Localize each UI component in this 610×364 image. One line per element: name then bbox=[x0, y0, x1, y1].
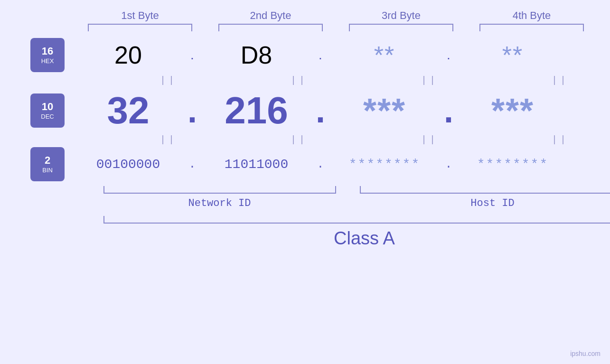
dec-byte2: 216 bbox=[204, 89, 309, 132]
bin-badge-number: 2 bbox=[45, 155, 50, 166]
dec-dot1: . bbox=[180, 93, 204, 128]
bin-dot3: . bbox=[437, 158, 460, 171]
hex-badge-number: 16 bbox=[42, 46, 53, 57]
hex-dot1: . bbox=[180, 47, 204, 63]
dec-dot2: . bbox=[309, 93, 332, 128]
bin-byte2-value: 11011000 bbox=[225, 157, 288, 172]
equals-dec-bin-4: || bbox=[508, 134, 610, 145]
equals-1: || bbox=[116, 75, 221, 86]
equals-dec-bin-1: || bbox=[116, 134, 221, 145]
dec-dot3: . bbox=[437, 93, 460, 128]
hex-byte4: ** bbox=[460, 41, 565, 69]
bin-dot1: . bbox=[180, 158, 204, 171]
bin-row: 2 BIN 00100000 . 11011000 . ******** . *… bbox=[0, 147, 610, 181]
bin-values: 00100000 . 11011000 . ******** . *******… bbox=[76, 157, 610, 172]
class-bracket bbox=[103, 216, 610, 224]
hex-values: 20 . D8 . ** . ** bbox=[76, 41, 610, 69]
bin-badge: 2 BIN bbox=[30, 147, 65, 181]
main-container: 1st Byte 2nd Byte 3rd Byte 4th Byte 16 H… bbox=[0, 0, 610, 364]
dec-badge: 10 DEC bbox=[30, 93, 65, 128]
equals-2: || bbox=[247, 75, 351, 86]
network-id-label: Network ID bbox=[103, 197, 336, 209]
hex-byte2-value: D8 bbox=[241, 41, 272, 69]
id-brackets-row bbox=[103, 186, 610, 194]
hex-dot3: . bbox=[437, 47, 460, 63]
bin-badge-label: BIN bbox=[42, 167, 53, 174]
col-bracket-4 bbox=[479, 24, 584, 31]
col-bracket-3 bbox=[349, 24, 453, 31]
bin-byte4-value: ******** bbox=[477, 157, 548, 172]
bin-dot2: . bbox=[309, 158, 332, 171]
bin-byte1-value: 00100000 bbox=[96, 157, 160, 172]
col-header-4: 4th Byte bbox=[479, 9, 584, 22]
label-gap bbox=[336, 197, 360, 209]
bin-byte2: 11011000 bbox=[204, 157, 309, 172]
dec-byte4: *** bbox=[460, 91, 565, 130]
bin-byte4: ******** bbox=[460, 157, 565, 172]
host-id-bracket bbox=[360, 186, 610, 194]
dec-byte1: 32 bbox=[76, 89, 180, 132]
hex-byte3: ** bbox=[332, 41, 437, 69]
dec-byte3: *** bbox=[332, 91, 437, 130]
dec-row: 10 DEC 32 . 216 . *** . *** bbox=[0, 89, 610, 132]
hex-byte3-value: ** bbox=[374, 41, 395, 69]
bin-byte1: 00100000 bbox=[76, 157, 180, 172]
dec-badge-number: 10 bbox=[42, 101, 53, 112]
col-header-3: 3rd Byte bbox=[349, 9, 453, 22]
bracket-gap bbox=[336, 186, 360, 194]
dec-byte1-value: 32 bbox=[107, 89, 150, 131]
dec-byte3-value: *** bbox=[363, 92, 406, 130]
id-labels-row: Network ID Host ID bbox=[103, 197, 610, 209]
col-bracket-1 bbox=[88, 24, 192, 31]
class-label: Class A bbox=[103, 228, 610, 249]
network-id-bracket bbox=[103, 186, 336, 194]
col-header-2: 2nd Byte bbox=[218, 9, 323, 22]
hex-dot2: . bbox=[309, 47, 332, 63]
hex-row: 16 HEX 20 . D8 . ** . ** bbox=[0, 38, 610, 72]
bin-byte3-value: ******** bbox=[349, 157, 420, 172]
watermark: ipshu.com bbox=[570, 350, 601, 357]
bin-byte3: ******** bbox=[332, 157, 437, 172]
class-section: Class A bbox=[103, 216, 610, 249]
host-id-label: Host ID bbox=[360, 197, 610, 209]
hex-badge-label: HEX bbox=[41, 57, 54, 65]
hex-byte1: 20 bbox=[76, 41, 180, 69]
dec-badge-label: DEC bbox=[41, 113, 54, 120]
hex-byte2: D8 bbox=[204, 41, 309, 69]
col-header-1: 1st Byte bbox=[88, 9, 192, 22]
hex-badge: 16 HEX bbox=[30, 38, 65, 72]
hex-byte1-value: 20 bbox=[114, 41, 142, 69]
equals-dec-bin-2: || bbox=[247, 134, 351, 145]
hex-byte4-value: ** bbox=[502, 41, 523, 69]
equals-dec-bin-3: || bbox=[377, 134, 482, 145]
equals-3: || bbox=[377, 75, 482, 86]
equals-4: || bbox=[508, 75, 610, 86]
dec-values: 32 . 216 . *** . *** bbox=[76, 89, 610, 132]
dec-byte2-value: 216 bbox=[225, 89, 288, 131]
dec-byte4-value: *** bbox=[491, 92, 534, 130]
col-bracket-2 bbox=[218, 24, 323, 31]
